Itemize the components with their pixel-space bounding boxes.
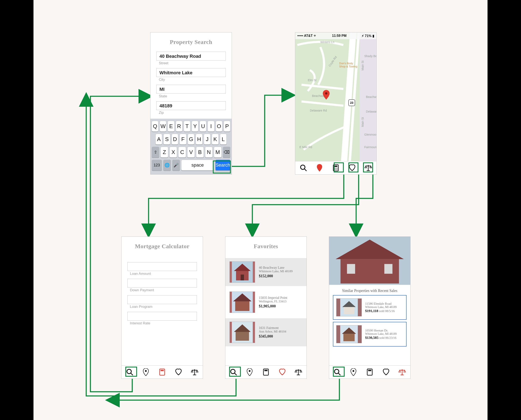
tab-search[interactable] (230, 368, 237, 376)
kb-key[interactable]: L (220, 134, 227, 145)
kb-key[interactable]: V (187, 147, 195, 158)
loan-program-field[interactable] (127, 295, 197, 304)
kb-key[interactable]: X (170, 147, 177, 158)
svg-point-10 (337, 169, 337, 170)
tab-compare[interactable] (398, 368, 406, 376)
kb-key[interactable]: U (200, 121, 206, 132)
favorite-item[interactable]: 15835 Imperial Point Wellington, FL 3341… (225, 288, 306, 316)
tab-favorites[interactable] (348, 164, 356, 172)
svg-point-16 (145, 370, 147, 372)
tab-search[interactable] (126, 368, 134, 376)
property-thumbnail (230, 322, 255, 343)
tab-favorites[interactable] (278, 368, 286, 376)
favorite-item-text: 15835 Imperial Point Wellington, FL 3341… (259, 296, 287, 308)
favorite-item[interactable]: 40 Beachway Lane Whitmore Lake, MI 48189… (225, 258, 306, 286)
svg-rect-44 (384, 264, 393, 274)
zip-field[interactable]: 48189 (156, 101, 226, 110)
kb-key[interactable]: O (216, 121, 223, 132)
backspace-icon: ⌫ (224, 150, 230, 155)
state-field[interactable]: MI (156, 85, 226, 94)
svg-point-5 (334, 168, 335, 169)
kb-key[interactable]: Y (192, 121, 198, 132)
tab-search[interactable] (334, 368, 341, 376)
kb-key[interactable]: E (168, 121, 174, 132)
kb-key[interactable]: I (208, 121, 214, 132)
zip-label: Zip (156, 110, 226, 118)
tab-calculator[interactable] (158, 368, 166, 376)
tab-map-pin[interactable] (350, 368, 357, 376)
map-street-label: Delaware (366, 110, 377, 113)
tab-calculator[interactable] (366, 368, 373, 376)
kb-key[interactable]: Z (161, 147, 168, 158)
tab-calculator[interactable] (332, 164, 340, 172)
tab-map-pin[interactable] (246, 368, 253, 376)
kb-row1: Q W E R T Y U I O P (152, 121, 230, 132)
tab-search[interactable] (300, 164, 307, 172)
property-thumbnail (230, 261, 255, 283)
tab-compare[interactable] (295, 368, 302, 376)
tab-map-pin[interactable] (316, 164, 323, 172)
loan-amount-field[interactable] (127, 262, 197, 271)
calc-tabbar (122, 365, 203, 379)
mic-key[interactable]: 🎤 (172, 160, 180, 171)
kb-key[interactable]: J (204, 134, 210, 145)
svg-point-9 (335, 169, 336, 170)
map-street-label: Fairmount (364, 145, 377, 149)
down-payment-label: Down Payment (127, 287, 197, 295)
kb-key[interactable]: S (164, 134, 170, 145)
city-field[interactable]: Whitmore Lake (156, 68, 226, 77)
kb-key[interactable]: K (212, 134, 218, 145)
numeric-key[interactable]: 123 (152, 160, 162, 171)
tab-map-pin[interactable] (142, 368, 150, 376)
svg-point-1 (300, 165, 305, 170)
similar-item[interactable]: 11586 Elmdale Road Whitmore Lake, MI 481… (333, 295, 407, 320)
shift-key[interactable]: ⇧ (152, 147, 159, 158)
similar-item-text: 11586 Elmdale Road Whitmore Lake, MI 481… (365, 302, 397, 313)
space-key[interactable]: space (181, 160, 214, 171)
kb-key[interactable]: H (196, 134, 202, 145)
tab-compare[interactable] (365, 164, 372, 172)
tab-favorites[interactable] (175, 368, 182, 376)
map-pin-icon (322, 90, 330, 100)
svg-rect-25 (241, 275, 244, 280)
search-action-key[interactable]: Search (215, 160, 230, 171)
similar-item[interactable]: 10500 Heenan Dr. Whitmore Lake, MI 48189… (333, 322, 407, 346)
kb-key[interactable]: F (179, 134, 186, 145)
svg-point-34 (249, 370, 250, 372)
svg-point-51 (334, 369, 339, 374)
kb-key[interactable]: G (188, 134, 194, 145)
status-time: 11:59 PM (332, 34, 347, 38)
kb-key[interactable]: N (205, 147, 213, 158)
street-field[interactable]: 40 Beachway Road (156, 52, 226, 60)
kb-key[interactable]: P (224, 121, 230, 132)
map-viewport[interactable]: Winters Ln Coyle Rd Elm St Beachway St D… (295, 32, 376, 162)
kb-key[interactable]: Q (152, 121, 158, 132)
kb-key[interactable]: C (178, 147, 186, 158)
kb-key[interactable]: B (196, 147, 204, 158)
sim-sold-date: sold 08/5/16 (379, 309, 395, 313)
search-title: Property Search (150, 32, 232, 52)
svg-line-52 (338, 373, 340, 375)
kb-key[interactable]: M (214, 147, 221, 158)
map-street-label: Shady Beac (364, 54, 377, 58)
calc-title: Mortgage Calculator (122, 237, 203, 256)
interest-rate-label: Interest Rate (127, 321, 197, 328)
kb-key[interactable]: R (176, 121, 182, 132)
backspace-key[interactable]: ⌫ (223, 147, 230, 158)
kb-key[interactable]: W (160, 121, 166, 132)
favorite-item[interactable]: 1631 Fairmont Ann Arbor, MI 48104 $345,0… (225, 318, 306, 346)
globe-key[interactable]: 🌐 (163, 160, 171, 171)
down-payment-field[interactable] (127, 279, 197, 287)
kb-row4: 123 🌐 🎤 space Search (152, 160, 230, 171)
tab-calculator[interactable] (262, 368, 270, 376)
kb-key[interactable]: T (184, 121, 190, 132)
status-battery: ⚡︎ 71% ▮ (362, 34, 374, 38)
kb-key[interactable]: A (156, 134, 162, 145)
svg-line-33 (234, 373, 237, 375)
status-bar: ••••• AT&T ᯤ 11:59 PM ⚡︎ 71% ▮ (295, 32, 376, 39)
kb-key[interactable]: D (171, 134, 178, 145)
interest-rate-field[interactable] (127, 312, 197, 321)
tab-compare[interactable] (191, 368, 198, 376)
tab-favorites[interactable] (382, 368, 390, 376)
map-tabbar (295, 161, 376, 174)
